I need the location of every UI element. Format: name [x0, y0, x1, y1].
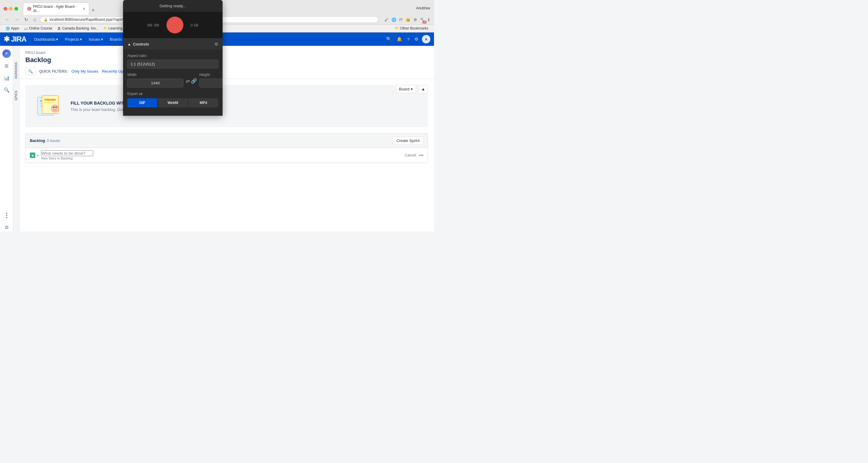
- only-my-issues-filter[interactable]: Only My Issues: [71, 69, 98, 73]
- sidebar-project-avatar[interactable]: P: [2, 49, 11, 58]
- nav-projects[interactable]: Projects ▾: [62, 35, 85, 43]
- other-bookmarks-label: Other Bookmarks: [400, 26, 428, 30]
- canada-banking-icon: 🏦: [57, 27, 61, 30]
- issue-text-input[interactable]: [41, 151, 93, 156]
- export-gif-button[interactable]: GIF: [127, 98, 157, 107]
- vtab-versions[interactable]: VERSIONS: [14, 61, 19, 80]
- sidebar-icon-reports[interactable]: 📊: [1, 72, 12, 83]
- reload-button[interactable]: ↻: [23, 16, 30, 23]
- code-icon[interactable]: f?: [398, 16, 404, 23]
- back-button[interactable]: ←: [4, 16, 11, 23]
- width-input[interactable]: [127, 79, 183, 88]
- bookmark-canada-banking[interactable]: 🏦 Canada Banking, Inv...: [55, 26, 101, 31]
- height-label: Height: [199, 73, 223, 77]
- jira-logo[interactable]: ✱ JIRA: [4, 35, 26, 43]
- apps-icon: 🌐: [6, 27, 10, 30]
- backlog-count: 0 issues: [47, 139, 60, 143]
- create-sprint-button[interactable]: Create Sprint: [392, 137, 424, 145]
- recording-timer: 00:00: [147, 23, 159, 27]
- settings-icon[interactable]: ⚙: [412, 16, 418, 23]
- sidebar-icon-settings[interactable]: ⚙: [1, 222, 12, 232]
- width-control: Width: [127, 73, 183, 88]
- export-webm-button[interactable]: WebM: [158, 98, 188, 107]
- svg-rect-5: [44, 99, 56, 101]
- nav-dashboards-chevron: ▾: [56, 37, 58, 42]
- vtab-epics[interactable]: EPICS: [14, 89, 19, 102]
- nav-issues[interactable]: Issues ▾: [86, 35, 106, 43]
- svg-rect-6: [44, 102, 53, 103]
- nav-boards-label: Boards: [110, 37, 122, 42]
- bookmark-apps[interactable]: 🌐 Apps: [4, 26, 21, 31]
- search-box[interactable]: 🔍: [25, 68, 36, 75]
- backlog-section: Backlog 0 issues Create Sprint ■ ▾ New S…: [25, 133, 428, 163]
- height-input[interactable]: [199, 79, 223, 88]
- recording-status: Getting ready...: [123, 0, 223, 12]
- quick-filters-label: QUICK FILTERS:: [39, 69, 68, 73]
- off-badge: off: [423, 21, 427, 24]
- page-title: Backlog: [25, 56, 428, 64]
- controls-settings-icon[interactable]: ⚙: [214, 42, 218, 46]
- controls-header[interactable]: ▲ Controls ⚙: [123, 39, 223, 49]
- toolbar-icons: 🖊 🌐 f? 😸 ⚙ 🔧 off ℹ: [384, 16, 430, 23]
- maximize-traffic-light[interactable]: [14, 7, 18, 10]
- export-buttons: GIF WebM MP4: [127, 98, 218, 107]
- extensions-icon[interactable]: 🖊: [384, 16, 390, 23]
- ssl-lock-icon: 🔒: [44, 18, 48, 22]
- dimensions-control: Width ⇄ 🔗 Height: [127, 73, 218, 88]
- issue-actions: Cancel •••: [405, 153, 424, 158]
- sidebar-icon-search[interactable]: 🔍: [1, 85, 12, 95]
- svg-point-7: [51, 105, 59, 112]
- board-top-right: Board ▾ ▲: [396, 85, 428, 93]
- export-mp4-button[interactable]: MP4: [188, 98, 218, 107]
- info-icon[interactable]: ℹ: [427, 16, 430, 23]
- settings-nav-icon[interactable]: ⚙: [413, 35, 420, 43]
- left-sidebar: P ⊞ 📊 🔍 ⚙: [0, 46, 13, 232]
- issue-cancel-button[interactable]: Cancel: [405, 153, 416, 157]
- minimize-traffic-light[interactable]: [9, 7, 13, 10]
- bookmark-online-course[interactable]: 📖 Online Course: [22, 26, 54, 31]
- off-icon-wrap: 🔧 off: [419, 16, 426, 23]
- fill-illustration: [34, 94, 65, 118]
- jira-logo-icon: ✱ JIRA: [4, 35, 26, 43]
- bookmark-learning-label: Learning: [108, 26, 123, 30]
- new-tab-button[interactable]: +: [90, 6, 96, 15]
- tab-favicon: 🎯: [27, 7, 31, 11]
- board-dropdown-button[interactable]: Board ▾: [396, 85, 416, 93]
- online-course-icon: 📖: [24, 27, 28, 30]
- aspect-ratio-select[interactable]: 1:1 (512x512) 16:9 4:3 Custom: [127, 60, 218, 68]
- controls-title-text: Controls: [133, 42, 149, 46]
- recording-stop-button[interactable]: [166, 16, 183, 33]
- backlog-section-header: Backlog 0 issues Create Sprint: [26, 134, 428, 148]
- user-avatar[interactable]: A: [422, 35, 430, 43]
- nav-dashboards[interactable]: Dashboards ▾: [31, 35, 61, 43]
- controls-title: ▲ Controls: [127, 42, 149, 46]
- other-bookmarks[interactable]: 📁 Other Bookmarks: [392, 26, 430, 31]
- breadcrumb: PROJ board: [25, 51, 428, 55]
- reader-icon[interactable]: 🌐: [391, 16, 397, 23]
- backlog-content: FILL YOUR BACKLOG WITH ISSUES This is yo…: [19, 79, 434, 232]
- active-tab[interactable]: 🎯 PROJ board - Agile Board - Jir... ✕: [23, 2, 89, 15]
- backlog-section-title: Backlog: [30, 138, 45, 143]
- recording-size: 0 kB: [191, 23, 198, 27]
- issue-more-button[interactable]: •••: [419, 153, 424, 158]
- face-icon[interactable]: 😸: [405, 16, 411, 23]
- notification-icon[interactable]: 🔔: [395, 35, 404, 43]
- controls-chevron-icon: ▲: [127, 42, 131, 46]
- link-dimensions-icon[interactable]: 🔗: [191, 78, 197, 84]
- svg-point-9: [55, 106, 57, 108]
- swap-dimensions-icon[interactable]: ⇄: [186, 78, 190, 84]
- home-button[interactable]: ⌂: [32, 16, 37, 23]
- issue-row: ■ ▾ New Story in Backlog Cancel •••: [26, 148, 428, 163]
- collapse-button[interactable]: ▲: [418, 85, 428, 93]
- help-icon[interactable]: ?: [406, 36, 411, 43]
- close-traffic-light[interactable]: [4, 7, 7, 10]
- search-icon[interactable]: 🔍: [385, 35, 393, 43]
- issue-expand-chevron[interactable]: ▾: [37, 154, 39, 157]
- tab-close-button[interactable]: ✕: [83, 7, 85, 11]
- learning-icon: 📁: [103, 27, 108, 30]
- sidebar-icon-board[interactable]: ⊞: [1, 60, 12, 71]
- forward-button[interactable]: →: [13, 16, 21, 23]
- bookmark-learning[interactable]: 📁 Learning: [101, 26, 125, 31]
- board-filters: 🔍 QUICK FILTERS: Only My Issues Recently…: [25, 68, 428, 75]
- content-area: PROJ board Backlog 🔍 QUICK FILTERS: Only…: [19, 46, 434, 232]
